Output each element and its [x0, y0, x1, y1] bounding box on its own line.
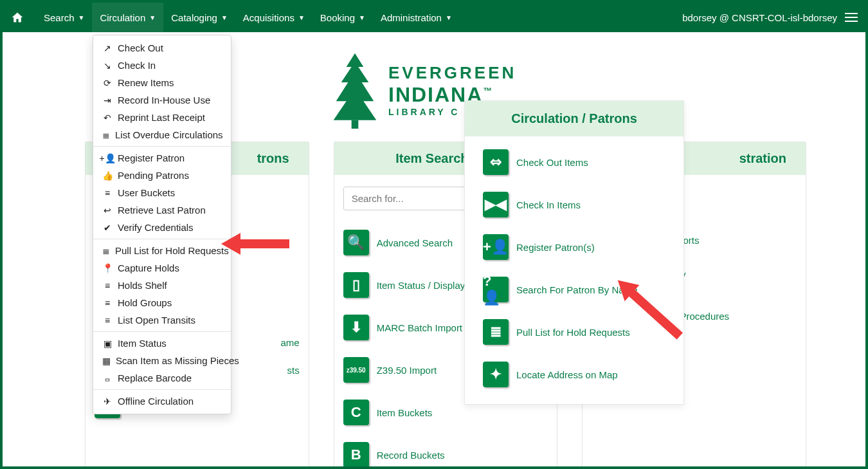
menu-scan-item-as-missing-pieces[interactable]: ▦Scan Item as Missing Pieces: [93, 352, 231, 369]
tree-icon: [329, 51, 381, 129]
refresh-icon: ⟳: [102, 78, 113, 88]
menu-verify-credentials[interactable]: ✔Verify Credentials: [93, 219, 231, 236]
list-item[interactable]: BRecord Buckets: [343, 442, 548, 468]
menu-pull-list-for-hold-requests[interactable]: ≣Pull List for Hold Requests: [93, 242, 231, 259]
menu-item-label: Check Out: [118, 42, 163, 53]
link-label: Record Buckets: [377, 450, 445, 461]
nav-cataloging[interactable]: Cataloging▼: [163, 3, 235, 32]
svg-rect-0: [352, 120, 359, 129]
menu-register-patron[interactable]: +👤Register Patron: [93, 149, 231, 167]
menu-item-label: List Open Transits: [118, 315, 195, 326]
menu-replace-barcode[interactable]: ⏛Replace Barcode: [93, 369, 231, 387]
menu-item-label: Retrieve Last Patron: [118, 205, 206, 216]
menu-separator: [93, 146, 231, 147]
person-plus-sq-icon: +👤: [483, 234, 509, 260]
undo-icon: ↩: [102, 205, 113, 216]
menu-list-open-transits[interactable]: ≡List Open Transits: [93, 311, 231, 329]
person-q-icon: ?👤: [483, 277, 509, 302]
person-plus-icon: +👤: [102, 153, 113, 163]
menu-renew-items[interactable]: ⟳Renew Items: [93, 74, 231, 91]
nav-acquisitions[interactable]: Acquisitions▼: [235, 3, 312, 32]
overlay-item-check-in-items[interactable]: ▶◀Check In Items: [483, 192, 669, 217]
link-label: Locate Address on Map: [516, 369, 618, 380]
compass-icon: ✦: [483, 362, 509, 387]
list-icon: ≡: [102, 298, 113, 308]
menu-user-buckets[interactable]: ≡User Buckets: [93, 184, 231, 201]
menu-item-label: Replace Barcode: [118, 372, 192, 383]
menu-item-label: Capture Holds: [118, 262, 179, 273]
overlay-item-register-patron-s-[interactable]: +👤Register Patron(s): [483, 234, 669, 260]
overlay-item-check-out-items[interactable]: ⇔Check Out Items: [483, 149, 669, 175]
nav-administration[interactable]: Administration▼: [373, 3, 460, 32]
user-label[interactable]: bdorsey @ CNSRT-COL-isl-bdorsey: [682, 12, 845, 23]
logo-line1: EVERGREEN: [388, 63, 516, 83]
nav-booking[interactable]: Booking▼: [312, 3, 373, 32]
menu-item-label: Check In: [118, 60, 156, 71]
link-label: Item Buckets: [377, 407, 433, 418]
svg-marker-1: [221, 233, 289, 255]
list-icon: ≡: [102, 188, 113, 198]
svg-marker-2: [610, 273, 687, 344]
arrow-annotation-left: [221, 229, 289, 259]
menu-item-label: Scan Item as Missing Pieces: [116, 355, 239, 366]
link-label: MARC Batch Import /: [377, 322, 468, 333]
home-button[interactable]: [10, 11, 24, 24]
menu-item-status[interactable]: ▣Item Status: [93, 335, 231, 352]
menu-separator: [93, 331, 231, 332]
list-icon: ≡: [102, 315, 113, 326]
caret-down-icon: ▼: [446, 14, 452, 21]
menu-check-out[interactable]: ↗Check Out: [93, 39, 231, 57]
menu-hold-groups[interactable]: ≡Hold Groups: [93, 294, 231, 311]
menu-separator: [93, 239, 231, 239]
list-bold-icon: ≣: [102, 246, 110, 256]
menu-capture-holds[interactable]: 📍Capture Holds: [93, 259, 231, 277]
menu-item-label: Renew Items: [118, 77, 174, 88]
trend-down-icon: ↘: [102, 60, 113, 71]
book-icon: ▯: [343, 272, 369, 298]
link-label: Check In Items: [516, 199, 581, 210]
menu-check-in[interactable]: ↘Check In: [93, 57, 231, 74]
menu-icon[interactable]: [845, 13, 858, 22]
thumbs-up-icon: 👍: [102, 170, 113, 181]
topbar: Search▼Circulation▼Cataloging▼Acquisitio…: [3, 3, 865, 32]
menu-offline-circulation[interactable]: ✈Offline Circulation: [93, 392, 231, 410]
link-label: Register Patron(s): [516, 242, 595, 253]
inhouse-icon: ⇥: [102, 95, 113, 106]
menu-item-label: Verify Credentials: [118, 222, 194, 233]
menu-holds-shelf[interactable]: ≡Holds Shelf: [93, 277, 231, 294]
menu-item-label: Register Patron: [118, 152, 185, 163]
offline-icon: ✈: [102, 396, 113, 407]
circulation-dropdown: ↗Check Out↘Check In⟳Renew Items⇥Record I…: [93, 35, 231, 414]
trend-up-icon: ↗: [102, 43, 113, 53]
list-bold-icon: ≣: [102, 130, 110, 140]
download-icon: ⬇: [343, 315, 369, 340]
caret-down-icon: ▼: [78, 14, 85, 21]
nav-search[interactable]: Search▼: [36, 3, 92, 32]
menu-separator: [93, 389, 231, 390]
menu-item-label: Pending Patrons: [118, 170, 189, 181]
menu-item-label: Hold Groups: [118, 297, 172, 308]
menu-item-label: Reprint Last Receipt: [118, 112, 205, 123]
caret-down-icon: ▼: [298, 14, 305, 21]
overlay-title: Circulation / Patrons: [465, 101, 683, 136]
arrows-h-icon: ⇔: [483, 149, 509, 175]
nav: Search▼Circulation▼Cataloging▼Acquisitio…: [36, 3, 460, 32]
link-label: Item Status / Display: [377, 280, 466, 291]
home-icon: [10, 11, 24, 24]
overlay-item-locate-address-on-map[interactable]: ✦Locate Address on Map: [483, 362, 669, 387]
menu-reprint-last-receipt[interactable]: ↶Reprint Last Receipt: [93, 109, 231, 126]
letter-b-icon: B: [343, 442, 369, 468]
caret-down-icon: ▼: [221, 14, 228, 21]
z3950-icon: z39.50: [343, 357, 369, 383]
caret-down-icon: ▼: [359, 14, 365, 21]
nav-circulation[interactable]: Circulation▼: [92, 3, 163, 32]
menu-retrieve-last-patron[interactable]: ↩Retrieve Last Patron: [93, 201, 231, 219]
menu-item-label: User Buckets: [118, 187, 175, 198]
letter-c-icon: C: [343, 400, 369, 425]
menu-record-in-house-use[interactable]: ⇥Record In-House Use: [93, 91, 231, 109]
link-label: Check Out Items: [516, 157, 588, 168]
menu-list-overdue-circulations[interactable]: ≣List Overdue Circulations: [93, 126, 231, 143]
link-label: sts: [287, 365, 300, 376]
menu-pending-patrons[interactable]: 👍Pending Patrons: [93, 167, 231, 184]
menu-item-label: List Overdue Circulations: [115, 129, 223, 140]
